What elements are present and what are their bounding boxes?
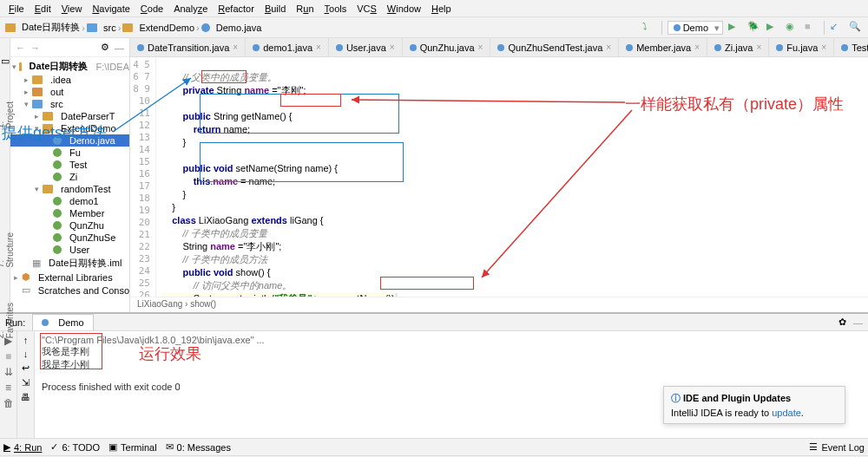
navigation-bar: Date日期转换› src› ExtendDemo› Demo.java ⤵ D… — [0, 17, 868, 38]
pin-icon[interactable]: ≡ — [3, 382, 15, 394]
project-tree[interactable]: ▾ Date日期转换 F:\IDEA ▸ .idea ▸ out ▾ src ▸… — [10, 57, 129, 312]
menu-bar: File Edit View Navigate Code Analyze Ref… — [0, 0, 868, 17]
menu-view[interactable]: View — [56, 2, 88, 16]
editor-tab[interactable]: Member.java× — [619, 38, 707, 56]
menu-file[interactable]: File — [3, 2, 30, 16]
collapse-panel-icon[interactable]: — — [115, 42, 124, 53]
bottom-tool-stripe: ▶ 4: Run ✓ 6: TODO ▣ Terminal ✉ 0: Messa… — [0, 438, 868, 455]
breadcrumb-file[interactable]: Demo.java — [201, 23, 262, 33]
run-tab-demo[interactable]: Demo — [32, 314, 93, 330]
stop-button[interactable]: ■ — [805, 21, 819, 35]
menu-vcs[interactable]: VCS — [352, 2, 382, 16]
search-icon[interactable]: 🔍 — [849, 21, 863, 35]
bottom-terminal-button[interactable]: ▣ Terminal — [108, 441, 157, 453]
back-icon[interactable]: ← — [16, 42, 25, 53]
run-toolbar-1: ▶ ■ ⇊ ≡ 🗑 — [0, 331, 17, 438]
menu-window[interactable]: Window — [382, 2, 426, 16]
editor-tabs: DateTransition.java×demo1.java×User.java… — [130, 38, 868, 57]
layout-icon[interactable]: ⇊ — [3, 366, 15, 378]
forward-icon[interactable]: → — [30, 42, 40, 53]
scroll-icon[interactable]: ⇲ — [22, 377, 30, 388]
vcs-update-icon[interactable]: ↙ — [830, 21, 844, 35]
menu-help[interactable]: Help — [426, 2, 457, 16]
down-icon[interactable]: ↓ — [23, 349, 29, 359]
coverage-button[interactable]: ▶ — [766, 21, 780, 35]
profile-button[interactable]: ◉ — [786, 21, 799, 35]
line-gutter: 4 5 6 7 8 9 10 11 12 13 14 15 16 17 18 1… — [130, 57, 156, 297]
editor-tab[interactable]: demo1.java× — [246, 38, 329, 56]
update-link[interactable]: update — [772, 408, 801, 418]
menu-refactor[interactable]: Refactor — [213, 2, 260, 16]
bottom-todo-button[interactable]: ✓ 6: TODO — [50, 441, 100, 453]
structure-tool-button[interactable]: 7: Structure — [0, 232, 15, 268]
menu-code[interactable]: Code — [135, 2, 168, 16]
menu-run[interactable]: Run — [291, 2, 319, 16]
debug-button[interactable]: 🪲 — [747, 21, 761, 35]
editor-tab[interactable]: DateTransition.java× — [130, 38, 246, 56]
menu-edit[interactable]: Edit — [30, 2, 56, 16]
run-config-dropdown[interactable]: Demo ▾ — [667, 21, 723, 35]
minimize-icon[interactable]: — — [853, 317, 863, 328]
editor-area: DateTransition.java×demo1.java×User.java… — [130, 38, 868, 312]
code-editor[interactable]: // 父类中的成员变量。 private String name ="李刚"; … — [156, 57, 868, 297]
gear-icon[interactable]: ⚙ — [101, 42, 109, 53]
tree-item-demo-java: Demo.java — [10, 134, 129, 147]
breadcrumb: Date日期转换› src› ExtendDemo› Demo.java — [5, 21, 637, 34]
editor-tab[interactable]: QunZhu.java× — [403, 38, 491, 56]
print-icon[interactable]: 🖶 — [21, 392, 30, 402]
gear-icon[interactable]: ✿ — [838, 317, 846, 328]
project-panel: ← → ⚙ — ▾ Date日期转换 F:\IDEA ▸ .idea ▸ out… — [10, 38, 130, 312]
menu-tools[interactable]: Tools — [319, 2, 352, 16]
bottom-run-button[interactable]: ▶ 4: Run — [3, 441, 42, 453]
breadcrumb-project[interactable]: Date日期转换› — [5, 21, 85, 34]
editor-breadcrumb[interactable]: LiXiaoGang › show() — [130, 297, 868, 312]
up-icon[interactable]: ↑ — [23, 335, 29, 345]
wrap-icon[interactable]: ↩ — [22, 362, 30, 374]
bottom-messages-button[interactable]: ✉ 0: Messages — [166, 441, 231, 453]
menu-navigate[interactable]: Navigate — [87, 2, 135, 16]
editor-tab[interactable]: Test.java× — [834, 38, 868, 56]
notification-title: IDE and Plugin Updates — [683, 393, 791, 403]
editor-tab[interactable]: Zi.java× — [707, 38, 769, 56]
run-button[interactable]: ▶ — [728, 21, 742, 35]
menu-analyze[interactable]: Analyze — [168, 2, 213, 16]
notification-popup[interactable]: ⓘ IDE and Plugin Updates IntelliJ IDEA i… — [663, 386, 845, 424]
collapse-icon[interactable]: ▭ — [1, 55, 10, 67]
stop-run-icon[interactable]: ■ — [3, 350, 15, 362]
editor-tab[interactable]: User.java× — [329, 38, 403, 56]
editor-tab[interactable]: Fu.java× — [769, 38, 834, 56]
close-icon[interactable]: 🗑 — [3, 397, 15, 409]
left-tool-stripe: ▭ 1: Project 7: Structure 2: Favorites — [0, 38, 10, 312]
favorites-tool-button[interactable]: 2: Favorites — [0, 303, 15, 338]
menu-build[interactable]: Build — [260, 2, 291, 16]
project-panel-header: ← → ⚙ — — [10, 38, 129, 57]
event-log-button[interactable]: ☰ Event Log — [809, 441, 865, 453]
editor-tab[interactable]: QunZhuSendTest.java× — [490, 38, 619, 56]
run-toolbar-2: ↑ ↓ ↩ ⇲ 🖶 — [17, 331, 35, 438]
breadcrumb-src[interactable]: src› — [87, 23, 121, 33]
breadcrumb-pkg[interactable]: ExtendDemo› — [122, 23, 199, 33]
project-tool-button[interactable]: 1: Project — [0, 101, 15, 128]
build-icon[interactable]: ⤵ — [642, 21, 656, 35]
